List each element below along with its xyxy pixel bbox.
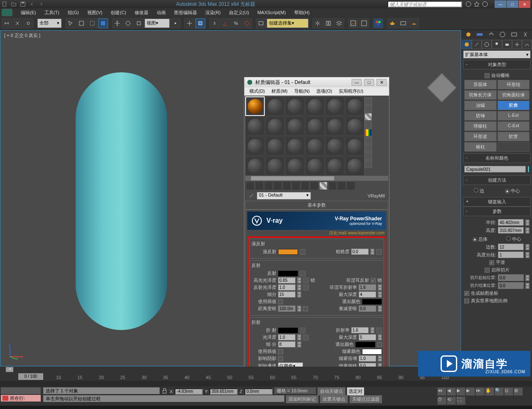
background-icon[interactable] xyxy=(365,113,372,121)
lext-button[interactable]: L-Ext xyxy=(498,111,530,121)
minimize-button[interactable]: — xyxy=(495,0,506,8)
lock-icon[interactable] xyxy=(161,387,168,394)
slice-to-spinner[interactable]: 0.0 xyxy=(498,282,524,289)
sun-icon[interactable] xyxy=(465,31,472,38)
refr-gloss-spinner[interactable]: 1.0 xyxy=(278,334,296,340)
geometry-type-dropdown[interactable]: 扩展基本体▾ xyxy=(463,51,530,58)
scale-icon[interactable] xyxy=(134,18,144,28)
set-key-button[interactable]: 设置关键点 xyxy=(320,395,348,403)
zoom-extents-icon[interactable]: ⊞ xyxy=(514,387,523,396)
material-slot[interactable] xyxy=(305,136,325,156)
refl-subdiv-spinner[interactable]: 15 xyxy=(278,291,296,298)
render-icon[interactable] xyxy=(409,18,419,28)
play-icon[interactable]: ▶ xyxy=(456,387,466,396)
ior-spinner[interactable]: 1.6 xyxy=(351,327,369,333)
material-slot[interactable] xyxy=(285,96,305,116)
roughness-spinner[interactable]: 0.0 xyxy=(351,249,369,255)
helpers-tab[interactable] xyxy=(512,40,522,49)
backlight-icon[interactable] xyxy=(365,105,372,113)
menu-render[interactable]: 渲染(R) xyxy=(201,9,225,17)
create-method-header[interactable]: -创建方法 xyxy=(463,175,531,185)
align-icon[interactable] xyxy=(323,18,333,28)
goto-start-icon[interactable]: ⏮ xyxy=(437,387,446,396)
material-slot[interactable] xyxy=(285,136,305,156)
mirror-icon[interactable] xyxy=(313,18,323,28)
new-icon[interactable] xyxy=(2,1,7,7)
refr-exit-color-swatch[interactable] xyxy=(355,342,375,347)
refract-map-button[interactable] xyxy=(300,328,305,333)
open-icon[interactable] xyxy=(11,1,17,7)
min-max-icon[interactable]: ⛶ xyxy=(456,397,466,405)
menu-edit[interactable]: 编辑(E) xyxy=(17,9,40,17)
preview-icon[interactable] xyxy=(365,137,372,144)
height-spinner[interactable]: 310.807mm xyxy=(498,227,524,234)
selection-filter-dropdown[interactable]: 全部 ▾ xyxy=(37,19,62,28)
material-slot[interactable] xyxy=(245,156,265,176)
move-icon[interactable] xyxy=(112,18,122,28)
go-parent-icon[interactable] xyxy=(337,182,346,190)
help-icon[interactable] xyxy=(466,1,471,7)
render-frame-icon[interactable] xyxy=(398,18,408,28)
track-bar[interactable] xyxy=(0,381,532,387)
info-icon[interactable] xyxy=(482,1,488,7)
search-input[interactable] xyxy=(387,1,462,7)
menu-tools[interactable]: 工具(T) xyxy=(40,9,64,17)
refr-exit-checkbox[interactable] xyxy=(377,342,382,347)
mat-id-icon[interactable] xyxy=(310,182,318,190)
save-icon[interactable] xyxy=(20,1,26,7)
dim-falloff-spinner[interactable]: 0.0 xyxy=(359,306,376,312)
systems-tab[interactable] xyxy=(522,40,532,49)
prism-button[interactable]: 棱柱 xyxy=(464,142,497,152)
select-name-icon[interactable] xyxy=(76,18,86,28)
zoom-icon[interactable]: 🔍 xyxy=(495,387,504,396)
refr-maxdepth-spinner[interactable]: 5 xyxy=(359,334,376,340)
dim-dist-spinner[interactable]: 100.0m xyxy=(278,306,296,312)
rg-map-button[interactable] xyxy=(303,285,309,291)
viewport[interactable]: [ + 0 正交 0 真实 ] z x y 材质编辑器 - 01 - Defau… xyxy=(0,30,461,367)
key-filter-button[interactable]: 关键点过滤器 xyxy=(350,395,382,403)
gengon-button[interactable]: 球棱柱 xyxy=(464,121,497,131)
hsegs-spinner[interactable]: 1 xyxy=(498,251,524,258)
material-slot[interactable] xyxy=(325,156,345,176)
put-to-scene-icon[interactable] xyxy=(255,182,264,190)
overall-radio[interactable] xyxy=(473,237,477,242)
material-slot[interactable] xyxy=(345,156,365,176)
favorite-icon[interactable] xyxy=(474,1,480,7)
menu-create[interactable]: 创建(C) xyxy=(106,9,130,17)
link-icon[interactable] xyxy=(2,18,12,28)
autokey-button[interactable]: 自动关键点 xyxy=(318,387,345,395)
motion-icon[interactable] xyxy=(499,31,506,38)
hose-button[interactable]: 软管 xyxy=(498,132,530,141)
bind-icon[interactable] xyxy=(23,18,33,28)
mat-map-nav-icon[interactable] xyxy=(365,160,372,168)
material-slot[interactable] xyxy=(325,116,345,136)
named-selection-dropdown[interactable]: 创建选择集 ▾ xyxy=(267,19,308,28)
refr-subdiv-spinner[interactable]: 8 xyxy=(278,341,296,347)
refr-interp-checkbox[interactable] xyxy=(278,349,283,354)
material-slot[interactable] xyxy=(265,96,285,116)
app-menu-icon[interactable] xyxy=(2,9,12,16)
object-color-swatch[interactable] xyxy=(527,166,530,172)
angle-snap-icon[interactable] xyxy=(220,18,230,28)
select-by-mat-icon[interactable] xyxy=(365,153,372,160)
material-slot[interactable] xyxy=(305,156,325,176)
autogrid-checkbox[interactable] xyxy=(485,73,490,78)
keyboard-entry-header[interactable]: +键盘输入 xyxy=(463,197,531,207)
material-slot[interactable] xyxy=(265,116,285,136)
realworld-checkbox[interactable] xyxy=(464,298,469,303)
display-icon[interactable] xyxy=(510,31,518,38)
menu-custom[interactable]: 自定义(U) xyxy=(225,9,253,17)
video-check-icon[interactable] xyxy=(365,129,372,136)
refr-gloss-map-button[interactable] xyxy=(303,335,309,340)
basic-params-header[interactable]: 基本参数 xyxy=(245,201,388,209)
y-coord-input[interactable] xyxy=(209,388,238,395)
mat-menu-material[interactable]: 材质(M) xyxy=(268,87,291,96)
menu-maxscript[interactable]: MAXScript(M) xyxy=(253,9,290,16)
material-slot[interactable] xyxy=(285,156,305,176)
material-slot[interactable] xyxy=(325,96,345,116)
render-setup-icon[interactable] xyxy=(387,18,397,28)
material-slot[interactable] xyxy=(345,136,365,156)
fresnel-ior-spinner[interactable]: 1.6 xyxy=(359,284,376,291)
menu-graph[interactable]: 图形编辑器 xyxy=(170,9,201,17)
refl-exit-color-swatch[interactable] xyxy=(362,299,382,305)
